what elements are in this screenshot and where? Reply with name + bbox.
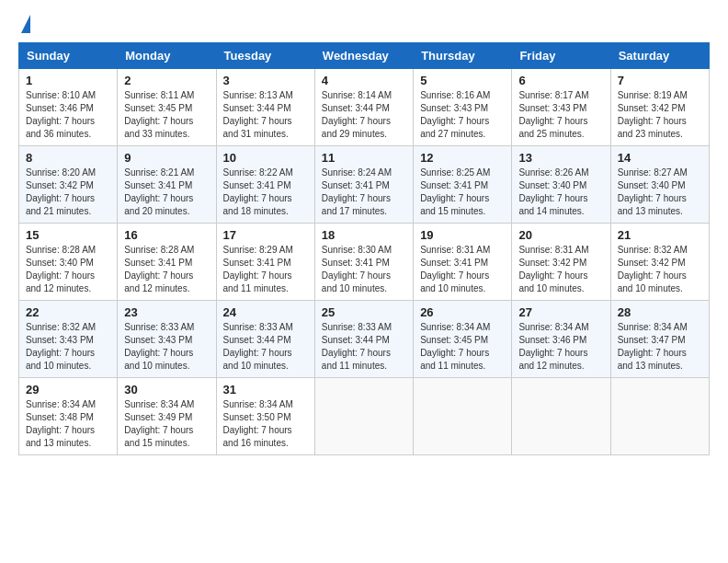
weekday-header-row: SundayMondayTuesdayWednesdayThursdayFrid… <box>19 43 710 69</box>
calendar-week-row: 15 Sunrise: 8:28 AMSunset: 3:40 PMDaylig… <box>19 224 710 301</box>
calendar-cell: 4 Sunrise: 8:14 AMSunset: 3:44 PMDayligh… <box>314 69 413 146</box>
day-number: 13 <box>518 151 603 165</box>
weekday-header-tuesday: Tuesday <box>216 43 314 69</box>
cell-info: Sunrise: 8:33 AMSunset: 3:44 PMDaylight:… <box>322 322 392 371</box>
calendar-cell: 3 Sunrise: 8:13 AMSunset: 3:44 PMDayligh… <box>216 69 314 146</box>
calendar-cell: 10 Sunrise: 8:22 AMSunset: 3:41 PMDaylig… <box>216 146 314 224</box>
day-number: 18 <box>322 228 406 242</box>
calendar-cell: 2 Sunrise: 8:11 AMSunset: 3:45 PMDayligh… <box>118 69 216 146</box>
day-number: 5 <box>420 74 505 87</box>
cell-info: Sunrise: 8:33 AMSunset: 3:43 PMDaylight:… <box>124 322 194 371</box>
cell-info: Sunrise: 8:27 AMSunset: 3:40 PMDaylight:… <box>618 167 688 216</box>
cell-info: Sunrise: 8:24 AMSunset: 3:41 PMDaylight:… <box>322 167 392 216</box>
calendar-cell: 17 Sunrise: 8:29 AMSunset: 3:41 PMDaylig… <box>216 224 314 301</box>
cell-info: Sunrise: 8:30 AMSunset: 3:41 PMDaylight:… <box>322 245 392 293</box>
day-number: 30 <box>124 383 209 396</box>
calendar-cell: 11 Sunrise: 8:24 AMSunset: 3:41 PMDaylig… <box>314 146 413 224</box>
day-number: 26 <box>420 305 505 319</box>
day-number: 19 <box>420 228 505 242</box>
calendar-week-row: 8 Sunrise: 8:20 AMSunset: 3:42 PMDayligh… <box>19 146 710 224</box>
calendar-cell: 13 Sunrise: 8:26 AMSunset: 3:40 PMDaylig… <box>512 146 610 224</box>
calendar-cell: 8 Sunrise: 8:20 AMSunset: 3:42 PMDayligh… <box>19 146 118 224</box>
calendar-cell: 15 Sunrise: 8:28 AMSunset: 3:40 PMDaylig… <box>19 224 118 301</box>
logo <box>18 15 30 33</box>
day-number: 22 <box>26 305 110 319</box>
calendar-cell: 9 Sunrise: 8:21 AMSunset: 3:41 PMDayligh… <box>118 146 216 224</box>
calendar-cell: 14 Sunrise: 8:27 AMSunset: 3:40 PMDaylig… <box>610 146 709 224</box>
calendar-cell: 25 Sunrise: 8:33 AMSunset: 3:44 PMDaylig… <box>314 301 413 378</box>
calendar-cell <box>512 378 610 455</box>
cell-info: Sunrise: 8:22 AMSunset: 3:41 PMDaylight:… <box>223 167 293 216</box>
calendar-header: SundayMondayTuesdayWednesdayThursdayFrid… <box>19 43 710 69</box>
calendar-cell: 19 Sunrise: 8:31 AMSunset: 3:41 PMDaylig… <box>414 224 512 301</box>
calendar-cell: 18 Sunrise: 8:30 AMSunset: 3:41 PMDaylig… <box>314 224 413 301</box>
calendar-body: 1 Sunrise: 8:10 AMSunset: 3:46 PMDayligh… <box>19 69 710 455</box>
cell-info: Sunrise: 8:31 AMSunset: 3:41 PMDaylight:… <box>420 245 490 293</box>
cell-info: Sunrise: 8:32 AMSunset: 3:42 PMDaylight:… <box>618 245 688 293</box>
day-number: 20 <box>518 228 603 242</box>
cell-info: Sunrise: 8:21 AMSunset: 3:41 PMDaylight:… <box>124 167 194 216</box>
weekday-header-monday: Monday <box>118 43 216 69</box>
calendar-cell: 22 Sunrise: 8:32 AMSunset: 3:43 PMDaylig… <box>19 301 118 378</box>
day-number: 24 <box>223 305 308 319</box>
calendar-cell: 6 Sunrise: 8:17 AMSunset: 3:43 PMDayligh… <box>512 69 610 146</box>
calendar-week-row: 22 Sunrise: 8:32 AMSunset: 3:43 PMDaylig… <box>19 301 710 378</box>
calendar-cell <box>414 378 512 455</box>
day-number: 1 <box>26 74 110 87</box>
calendar-cell: 5 Sunrise: 8:16 AMSunset: 3:43 PMDayligh… <box>414 69 512 146</box>
cell-info: Sunrise: 8:16 AMSunset: 3:43 PMDaylight:… <box>420 90 490 139</box>
weekday-header-thursday: Thursday <box>414 43 512 69</box>
day-number: 8 <box>26 151 110 165</box>
calendar-cell: 27 Sunrise: 8:34 AMSunset: 3:46 PMDaylig… <box>512 301 610 378</box>
calendar-cell: 28 Sunrise: 8:34 AMSunset: 3:47 PMDaylig… <box>610 301 709 378</box>
day-number: 28 <box>618 305 702 319</box>
cell-info: Sunrise: 8:10 AMSunset: 3:46 PMDaylight:… <box>26 90 96 139</box>
calendar-cell: 21 Sunrise: 8:32 AMSunset: 3:42 PMDaylig… <box>610 224 709 301</box>
cell-info: Sunrise: 8:11 AMSunset: 3:45 PMDaylight:… <box>124 90 194 139</box>
day-number: 27 <box>518 305 603 319</box>
cell-info: Sunrise: 8:28 AMSunset: 3:40 PMDaylight:… <box>26 245 96 293</box>
cell-info: Sunrise: 8:34 AMSunset: 3:46 PMDaylight:… <box>518 322 588 371</box>
calendar-week-row: 29 Sunrise: 8:34 AMSunset: 3:48 PMDaylig… <box>19 378 710 455</box>
day-number: 16 <box>124 228 209 242</box>
cell-info: Sunrise: 8:34 AMSunset: 3:48 PMDaylight:… <box>26 399 96 448</box>
cell-info: Sunrise: 8:34 AMSunset: 3:50 PMDaylight:… <box>223 399 293 448</box>
calendar-week-row: 1 Sunrise: 8:10 AMSunset: 3:46 PMDayligh… <box>19 69 710 146</box>
day-number: 31 <box>223 383 308 396</box>
calendar-cell <box>610 378 709 455</box>
day-number: 9 <box>124 151 209 165</box>
header <box>18 15 710 33</box>
cell-info: Sunrise: 8:19 AMSunset: 3:42 PMDaylight:… <box>618 90 688 139</box>
day-number: 25 <box>322 305 406 319</box>
calendar-cell: 12 Sunrise: 8:25 AMSunset: 3:41 PMDaylig… <box>414 146 512 224</box>
day-number: 7 <box>618 74 702 87</box>
cell-info: Sunrise: 8:26 AMSunset: 3:40 PMDaylight:… <box>518 167 588 216</box>
day-number: 29 <box>26 383 110 396</box>
cell-info: Sunrise: 8:32 AMSunset: 3:43 PMDaylight:… <box>26 322 96 371</box>
calendar-cell <box>314 378 413 455</box>
day-number: 14 <box>618 151 702 165</box>
weekday-header-wednesday: Wednesday <box>314 43 413 69</box>
weekday-header-friday: Friday <box>512 43 610 69</box>
cell-info: Sunrise: 8:33 AMSunset: 3:44 PMDaylight:… <box>223 322 293 371</box>
cell-info: Sunrise: 8:20 AMSunset: 3:42 PMDaylight:… <box>26 167 96 216</box>
cell-info: Sunrise: 8:34 AMSunset: 3:49 PMDaylight:… <box>124 399 194 448</box>
day-number: 6 <box>518 74 603 87</box>
day-number: 15 <box>26 228 110 242</box>
day-number: 23 <box>124 305 209 319</box>
calendar-cell: 16 Sunrise: 8:28 AMSunset: 3:41 PMDaylig… <box>118 224 216 301</box>
calendar-table: SundayMondayTuesdayWednesdayThursdayFrid… <box>18 42 710 455</box>
day-number: 2 <box>124 74 209 87</box>
day-number: 4 <box>322 74 406 87</box>
day-number: 12 <box>420 151 505 165</box>
calendar-cell: 26 Sunrise: 8:34 AMSunset: 3:45 PMDaylig… <box>414 301 512 378</box>
day-number: 10 <box>223 151 308 165</box>
day-number: 11 <box>322 151 406 165</box>
day-number: 21 <box>618 228 702 242</box>
calendar-cell: 24 Sunrise: 8:33 AMSunset: 3:44 PMDaylig… <box>216 301 314 378</box>
cell-info: Sunrise: 8:13 AMSunset: 3:44 PMDaylight:… <box>223 90 293 139</box>
day-number: 17 <box>223 228 308 242</box>
calendar-cell: 23 Sunrise: 8:33 AMSunset: 3:43 PMDaylig… <box>118 301 216 378</box>
weekday-header-sunday: Sunday <box>19 43 118 69</box>
calendar-cell: 7 Sunrise: 8:19 AMSunset: 3:42 PMDayligh… <box>610 69 709 146</box>
